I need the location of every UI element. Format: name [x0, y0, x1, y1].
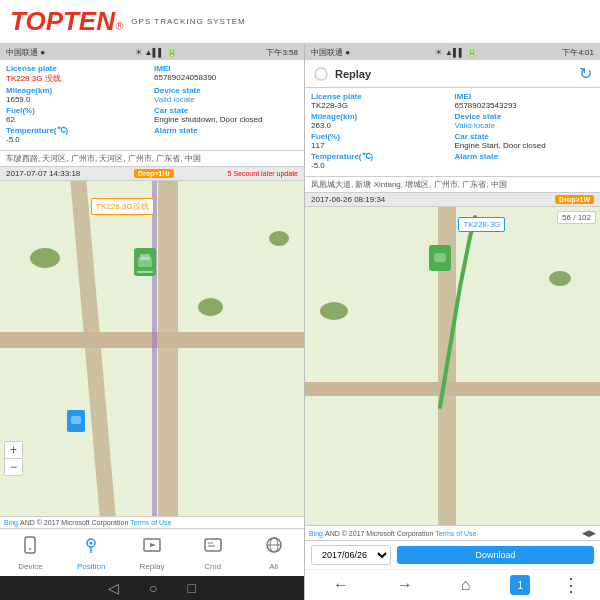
more-button[interactable]: ⋮ — [562, 574, 580, 596]
left-update-text: 5 Secount later update — [228, 170, 298, 177]
right-fuel-value: 117 — [311, 141, 451, 150]
left-info-row-3: Fuel(%) 62 Car state Engine shutdown, Do… — [6, 106, 298, 124]
right-info-row-3: Fuel(%) 117 Car state Engine Start, Door… — [311, 132, 594, 150]
right-car-cell: Car state Engine Start, Door closed — [455, 132, 595, 150]
date-select-wrapper: 2017/06/26 — [311, 545, 391, 565]
replay-date-row: 2017/06/26 Download — [305, 541, 600, 570]
left-map-purple-road — [152, 181, 157, 516]
nav-label-position: Position — [77, 562, 105, 571]
left-imei-value: 65789024058390 — [154, 73, 298, 82]
right-license-label: License plate — [311, 92, 451, 101]
left-info-row-4: Temperature(℃) -5.0 Alarm state — [6, 126, 298, 144]
right-device-cell: Device state Valid locate — [455, 112, 595, 130]
right-license-cell: License plate TK228-3G — [311, 92, 451, 110]
left-info-row-1: License plate TK228 3G 没线 IMEI 657890240… — [6, 64, 298, 84]
nav-item-all[interactable]: All — [243, 529, 304, 576]
device-icon — [20, 535, 40, 560]
left-imei-cell: IMEI 65789024058390 — [154, 64, 298, 84]
zoom-out-button[interactable]: − — [5, 459, 22, 475]
right-temp-label: Temperature(℃) — [311, 152, 451, 161]
right-map[interactable]: TK228-3G 56 / 102 — [305, 207, 600, 525]
right-mileage-label: Mileage(km) — [311, 112, 451, 121]
right-temp-value: -5.0 — [311, 161, 451, 170]
right-terms-link[interactable]: Terms of Use — [435, 530, 476, 537]
svg-rect-2 — [71, 416, 81, 424]
right-timestamp: 2017-06-26 08:19:34 — [311, 195, 385, 204]
left-imei-label: IMEI — [154, 64, 298, 73]
left-drop-badge: Drop>1Hr — [134, 169, 174, 178]
nav-item-cmd[interactable]: Cmd — [182, 529, 243, 576]
right-car-value: Engine Start, Door closed — [455, 141, 595, 150]
left-temp-label: Temperature(℃) — [6, 126, 150, 135]
right-info-panel: License plate TK228-3G IMEI 657890235432… — [305, 88, 600, 177]
left-temp-cell: Temperature(℃) -5.0 — [6, 126, 150, 144]
page-indicator: 1 — [510, 575, 530, 595]
nav-label-all: All — [269, 562, 278, 571]
right-drop-badge: Drop>1W — [555, 195, 594, 204]
left-device-label: Device state — [154, 86, 298, 95]
left-license-label: License plate — [6, 64, 150, 73]
logo-bar: TOP TEN ® GPS TRACKING SYSTEM — [0, 0, 600, 44]
nav-back-button[interactable]: ← — [325, 574, 357, 596]
svg-point-16 — [315, 68, 327, 80]
cmd-icon — [203, 535, 223, 560]
right-car-label-cell: Car state — [455, 132, 595, 141]
right-timestamp-bar: 2017-06-26 08:19:34 Drop>1W — [305, 193, 600, 207]
left-small-car — [67, 410, 85, 432]
left-zoom-control[interactable]: + − — [4, 441, 23, 476]
right-license-value: TK228-3G — [311, 101, 451, 110]
right-address-bar: 凤凰城大道, 新塘 Xintang, 增城区, 广州市, 广东省, 中国 — [305, 177, 600, 193]
replay-title-group: Replay — [313, 66, 371, 82]
svg-point-7 — [90, 541, 93, 544]
left-terms-link[interactable]: Terms of Use — [130, 519, 171, 526]
download-button[interactable]: Download — [397, 546, 594, 564]
right-scroll-arrows: ◀▶ — [582, 528, 596, 538]
nav-home-button[interactable]: ⌂ — [453, 574, 479, 596]
nav-label-cmd: Cmd — [204, 562, 221, 571]
date-select[interactable]: 2017/06/26 — [311, 545, 391, 565]
right-status-icons: ☀ ▲▌▌ 🔋 — [435, 48, 477, 57]
svg-rect-3 — [25, 537, 35, 553]
left-status-icons: ☀ ▲▌▌ 🔋 — [135, 48, 177, 57]
android-recent-button[interactable]: □ — [188, 580, 196, 596]
left-android-nav: ◁ ○ □ — [0, 576, 304, 600]
all-icon — [264, 535, 284, 560]
right-mileage-value: 263.0 — [311, 121, 451, 130]
left-map[interactable]: TK228 3G没线 + − — [0, 181, 304, 516]
left-car-value: Engine shutdown, Door closed — [154, 115, 298, 124]
nav-item-device[interactable]: Device — [0, 529, 61, 576]
right-counter-badge: 56 / 102 — [557, 211, 596, 224]
left-device-value: Valid locate — [154, 95, 298, 104]
nav-item-replay[interactable]: Replay — [122, 529, 183, 576]
right-time: 下午4:01 — [562, 47, 594, 58]
position-icon — [81, 535, 101, 560]
right-signal-icon: ▲▌▌ — [445, 48, 464, 57]
right-carrier: 中国联通 ● — [311, 47, 350, 58]
zoom-in-button[interactable]: + — [5, 442, 22, 458]
left-car-icon — [134, 248, 156, 276]
left-car-label: TK228 3G没线 — [91, 198, 153, 215]
svg-marker-9 — [150, 543, 156, 547]
left-map-road-v — [158, 181, 178, 516]
left-timestamp: 2017-07-07 14:33:18 — [6, 169, 80, 178]
nav-forward-button[interactable]: → — [389, 574, 421, 596]
left-license-cell: License plate TK228 3G 没线 — [6, 64, 150, 84]
right-info-row-4: Temperature(℃) -5.0 Alarm state — [311, 152, 594, 170]
left-bing-link[interactable]: Bing — [4, 519, 18, 526]
svg-rect-1 — [140, 254, 150, 260]
left-fuel-value: 62 — [6, 115, 150, 124]
nav-label-device: Device — [18, 562, 42, 571]
left-status-icon: ☀ — [135, 48, 142, 57]
android-home-button[interactable]: ○ — [149, 580, 157, 596]
android-back-button[interactable]: ◁ — [108, 580, 119, 596]
screens-container: 中国联通 ● ☀ ▲▌▌ 🔋 下午3:58 License plate TK22… — [0, 44, 600, 600]
refresh-button[interactable]: ↻ — [579, 64, 592, 83]
right-info-row-2: Mileage(km) 263.0 Device state Valid loc… — [311, 112, 594, 130]
right-alarm-cell: Alarm state — [455, 152, 595, 170]
right-map-credit: AND © 2017 Microsoft Corporation — [325, 530, 433, 537]
left-signal-icon: ▲▌▌ — [145, 48, 164, 57]
nav-item-position[interactable]: Position — [61, 529, 122, 576]
right-map-bottom: Bing AND © 2017 Microsoft Corporation Te… — [305, 525, 600, 540]
right-replay-bar: Replay ↻ — [305, 60, 600, 88]
right-bing-link[interactable]: Bing — [309, 530, 323, 537]
